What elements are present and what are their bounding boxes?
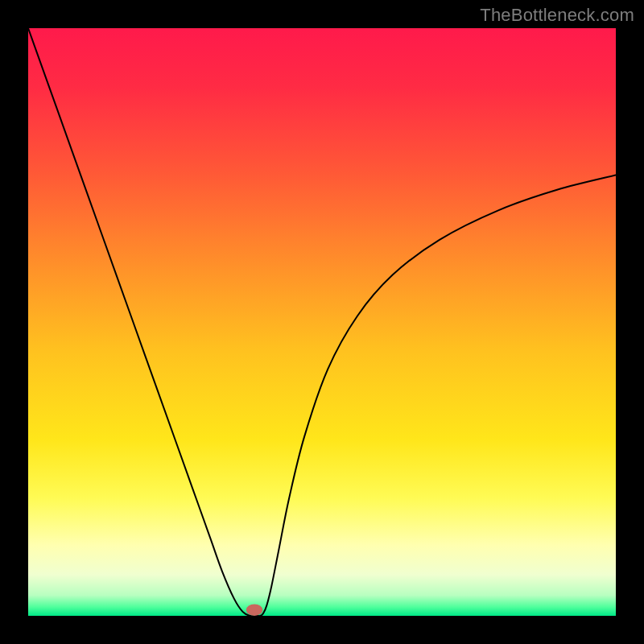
bottleneck-chart — [28, 28, 616, 616]
gradient-background — [28, 28, 616, 616]
chart-frame: TheBottleneck.com — [0, 0, 644, 644]
attribution-text: TheBottleneck.com — [480, 5, 634, 26]
optimal-point-marker — [246, 604, 262, 616]
plot-area — [28, 28, 616, 616]
